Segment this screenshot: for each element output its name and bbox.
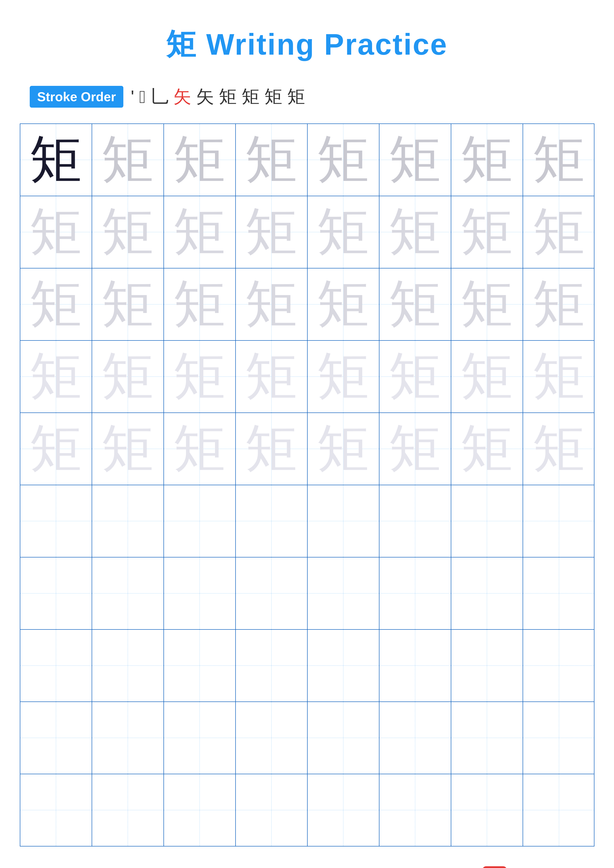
stroke-7: 矩 [242, 85, 260, 108]
grid-cell-1-6[interactable]: 矩 [379, 124, 451, 196]
grid-cell-4-8[interactable]: 矩 [523, 341, 595, 412]
grid-cell-4-7[interactable]: 矩 [451, 341, 523, 412]
grid-cell-8-2[interactable] [92, 630, 164, 702]
grid-cell-5-8[interactable]: 矩 [523, 413, 595, 485]
grid-cell-3-7[interactable]: 矩 [451, 268, 523, 340]
char-guide: 矩 [317, 206, 369, 258]
grid-cell-10-1[interactable] [20, 774, 92, 846]
grid-cell-9-6[interactable] [379, 702, 451, 774]
char-guide: 矩 [461, 423, 513, 475]
grid-cell-10-8[interactable] [523, 774, 595, 846]
grid-cell-5-4[interactable]: 矩 [236, 413, 308, 485]
grid-cell-5-2[interactable]: 矩 [92, 413, 164, 485]
char-guide: 矩 [246, 423, 297, 475]
grid-cell-3-5[interactable]: 矩 [308, 268, 379, 340]
stroke-6: 矩 [219, 85, 237, 108]
grid-cell-6-3[interactable] [164, 485, 236, 557]
grid-cell-8-5[interactable] [308, 630, 379, 702]
grid-cell-3-4[interactable]: 矩 [236, 268, 308, 340]
grid-cell-6-8[interactable] [523, 485, 595, 557]
grid-cell-3-6[interactable]: 矩 [379, 268, 451, 340]
grid-cell-4-1[interactable]: 矩 [20, 341, 92, 412]
grid-cell-6-2[interactable] [92, 485, 164, 557]
grid-cell-1-1[interactable]: 矩 [20, 124, 92, 196]
grid-cell-8-8[interactable] [523, 630, 595, 702]
grid-cell-1-5[interactable]: 矩 [308, 124, 379, 196]
grid-cell-2-8[interactable]: 矩 [523, 196, 595, 268]
grid-cell-3-1[interactable]: 矩 [20, 268, 92, 340]
grid-cell-7-6[interactable] [379, 558, 451, 629]
grid-cell-10-7[interactable] [451, 774, 523, 846]
grid-cell-7-7[interactable] [451, 558, 523, 629]
grid-cell-9-4[interactable] [236, 702, 308, 774]
grid-cell-6-1[interactable] [20, 485, 92, 557]
char-guide: 矩 [533, 423, 585, 475]
grid-cell-10-6[interactable] [379, 774, 451, 846]
grid-cell-8-7[interactable] [451, 630, 523, 702]
grid-cell-2-2[interactable]: 矩 [92, 196, 164, 268]
grid-cell-8-6[interactable] [379, 630, 451, 702]
grid-cell-9-1[interactable] [20, 702, 92, 774]
stroke-order-row: Stroke Order ' 𠃌 ⺃ 矢 矢 矩 矩 矩 矩 [20, 85, 594, 108]
grid-cell-6-7[interactable] [451, 485, 523, 557]
grid-cell-6-4[interactable] [236, 485, 308, 557]
grid-cell-5-5[interactable]: 矩 [308, 413, 379, 485]
grid-cell-6-6[interactable] [379, 485, 451, 557]
char-guide: 矩 [30, 206, 82, 258]
grid-cell-5-1[interactable]: 矩 [20, 413, 92, 485]
grid-cell-7-4[interactable] [236, 558, 308, 629]
char-guide: 矩 [317, 423, 369, 475]
grid-cell-6-5[interactable] [308, 485, 379, 557]
grid-cell-10-5[interactable] [308, 774, 379, 846]
grid-cell-2-3[interactable]: 矩 [164, 196, 236, 268]
grid-cell-8-3[interactable] [164, 630, 236, 702]
grid-cell-9-3[interactable] [164, 702, 236, 774]
grid-cell-4-6[interactable]: 矩 [379, 341, 451, 412]
grid-cell-1-7[interactable]: 矩 [451, 124, 523, 196]
grid-cell-5-6[interactable]: 矩 [379, 413, 451, 485]
grid-cell-9-2[interactable] [92, 702, 164, 774]
grid-cell-7-1[interactable] [20, 558, 92, 629]
grid-cell-7-5[interactable] [308, 558, 379, 629]
stroke-9: 矩 [287, 85, 305, 108]
grid-cell-8-1[interactable] [20, 630, 92, 702]
grid-cell-3-3[interactable]: 矩 [164, 268, 236, 340]
grid-cell-5-7[interactable]: 矩 [451, 413, 523, 485]
grid-cell-10-2[interactable] [92, 774, 164, 846]
grid-cell-7-3[interactable] [164, 558, 236, 629]
char-guide: 矩 [389, 423, 441, 475]
grid-cell-1-3[interactable]: 矩 [164, 124, 236, 196]
grid-cell-10-3[interactable] [164, 774, 236, 846]
grid-cell-2-5[interactable]: 矩 [308, 196, 379, 268]
grid-cell-1-4[interactable]: 矩 [236, 124, 308, 196]
grid-cell-9-7[interactable] [451, 702, 523, 774]
grid-cell-2-7[interactable]: 矩 [451, 196, 523, 268]
stroke-4: 矢 [173, 85, 191, 108]
grid-cell-3-8[interactable]: 矩 [523, 268, 595, 340]
grid-cell-9-8[interactable] [523, 702, 595, 774]
char-guide: 矩 [102, 206, 154, 258]
grid-cell-1-2[interactable]: 矩 [92, 124, 164, 196]
char-guide: 矩 [533, 350, 585, 403]
char-guide: 矩 [30, 278, 82, 330]
grid-cell-8-4[interactable] [236, 630, 308, 702]
grid-cell-5-3[interactable]: 矩 [164, 413, 236, 485]
grid-cell-3-2[interactable]: 矩 [92, 268, 164, 340]
char-guide: 矩 [102, 278, 154, 330]
grid-cell-2-1[interactable]: 矩 [20, 196, 92, 268]
grid-row-8 [20, 630, 594, 702]
grid-row-7 [20, 558, 594, 630]
grid-cell-2-6[interactable]: 矩 [379, 196, 451, 268]
grid-cell-7-8[interactable] [523, 558, 595, 629]
grid-row-10 [20, 774, 594, 846]
grid-cell-4-4[interactable]: 矩 [236, 341, 308, 412]
grid-cell-10-4[interactable] [236, 774, 308, 846]
grid-cell-2-4[interactable]: 矩 [236, 196, 308, 268]
grid-cell-4-2[interactable]: 矩 [92, 341, 164, 412]
char-guide: 矩 [461, 134, 513, 186]
grid-cell-4-5[interactable]: 矩 [308, 341, 379, 412]
grid-cell-9-5[interactable] [308, 702, 379, 774]
grid-cell-1-8[interactable]: 矩 [523, 124, 595, 196]
grid-cell-4-3[interactable]: 矩 [164, 341, 236, 412]
grid-cell-7-2[interactable] [92, 558, 164, 629]
